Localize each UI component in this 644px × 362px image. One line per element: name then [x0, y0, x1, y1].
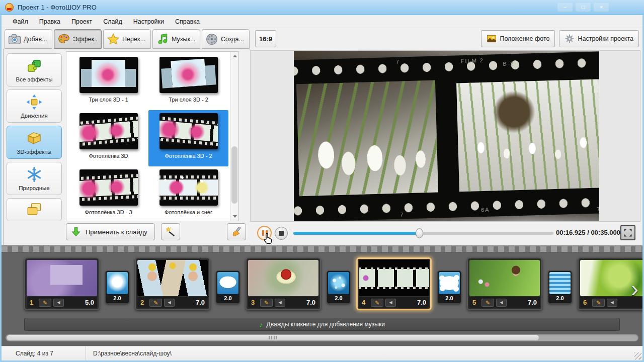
- app-icon: [5, 3, 14, 12]
- tab-camera[interactable]: Добав...: [5, 29, 52, 49]
- scroll-up-arrow[interactable]: [231, 52, 238, 60]
- aspect-ratio-button[interactable]: 16:9: [255, 30, 276, 47]
- film-marking: B-2: [503, 60, 514, 67]
- close-button[interactable]: ×: [594, 3, 609, 12]
- slide-back-button[interactable]: ◀: [607, 299, 617, 307]
- scrollbar-grip: [269, 336, 277, 339]
- menu-item-1[interactable]: Правка: [34, 17, 65, 27]
- edit-slide-button[interactable]: ✎: [149, 299, 162, 307]
- film-holes-bottom: [294, 195, 599, 219]
- stop-button[interactable]: [275, 227, 288, 240]
- slide-1[interactable]: 1✎◀5.0: [24, 257, 100, 310]
- transition-thumbnail: [328, 272, 349, 294]
- transition-item[interactable]: 2.0: [548, 270, 572, 304]
- slide-duration: 7.0: [417, 299, 426, 306]
- effect-item-1[interactable]: Три слоя 3D - 2: [148, 54, 228, 110]
- fullscreen-button[interactable]: [620, 225, 635, 240]
- sidebar-item-4[interactable]: [7, 198, 62, 221]
- tab-star[interactable]: Перех...: [103, 29, 151, 49]
- progress-knob[interactable]: [416, 228, 423, 238]
- sidebar-item-1[interactable]: Движения: [7, 89, 62, 123]
- sidebar-item-0[interactable]: Все эффекты: [7, 53, 62, 86]
- menu-item-5[interactable]: Справка: [170, 17, 205, 27]
- photo-icon: [487, 34, 497, 44]
- effect-categories: Все эффектыДвижения3D-эффектыПриродные: [7, 53, 63, 241]
- pause-button[interactable]: [257, 226, 272, 240]
- slide-back-button[interactable]: ◀: [53, 299, 64, 307]
- tab-note[interactable]: Музык...: [152, 29, 200, 49]
- maximize-button[interactable]: □: [576, 3, 591, 12]
- project-settings-label: Настройки проекта: [578, 35, 633, 42]
- effect-item-5[interactable]: Фотоплёнка и снег: [148, 166, 228, 221]
- edit-slide-button[interactable]: ✎: [371, 299, 383, 307]
- menu-item-3[interactable]: Слайд: [98, 17, 127, 27]
- effect-item-3[interactable]: Фотоплёнка 3D - 2: [148, 110, 228, 166]
- playback-controls: 00:16.925 / 00:35.000: [250, 223, 640, 245]
- palette-icon: [57, 33, 70, 46]
- resize-grip[interactable]: [634, 352, 641, 359]
- menu-item-4[interactable]: Настройки: [128, 17, 169, 27]
- slide-thumbnail: [359, 260, 429, 296]
- tab-reel[interactable]: Созда...: [202, 29, 250, 49]
- slide-5[interactable]: 5✎◀7.0: [467, 257, 542, 310]
- timeline-scrollbar[interactable]: [6, 334, 638, 341]
- apply-to-slide-label: Применить к слайду: [86, 228, 147, 236]
- brush-icon: [231, 226, 242, 237]
- slide-thumbnail: [137, 260, 208, 296]
- status-bar: Слайд: 4 из 7 D:\разное\весна\слайд-шоу\: [2, 346, 642, 360]
- edit-slide-button[interactable]: ✎: [39, 299, 51, 307]
- preview-panel: 7 FILM 2 B-2 7 6A 7 00:16.925 / 00:35.00…: [250, 49, 640, 245]
- transition-thumbnail: [439, 272, 460, 294]
- timeline: 1✎◀5.02.02✎◀7.02.03✎◀7.02.04✎◀7.02.05✎◀7…: [2, 245, 642, 346]
- edit-slide-button[interactable]: ✎: [481, 299, 494, 307]
- film-frame-right: [456, 79, 599, 192]
- film-marking: 7: [396, 59, 400, 65]
- transition-item[interactable]: 2.0: [216, 270, 240, 304]
- sidebar-item-2[interactable]: 3D-эффекты: [7, 126, 62, 159]
- scroll-down-arrow[interactable]: [231, 213, 238, 220]
- slide-back-button[interactable]: ◀: [385, 299, 396, 307]
- minimize-button[interactable]: –: [557, 3, 573, 12]
- transition-item[interactable]: 2.0: [437, 270, 461, 304]
- slide-back-button[interactable]: ◀: [496, 299, 507, 307]
- slide-4[interactable]: 4✎◀7.0: [356, 257, 432, 310]
- sidebar-item-3[interactable]: Природные: [7, 162, 62, 195]
- effect-thumbnail: [159, 57, 218, 93]
- apply-to-slide-button[interactable]: Применить к слайду: [66, 223, 155, 240]
- progress-fill: [293, 232, 419, 235]
- slide-thumbnail: [469, 260, 540, 296]
- slide-2[interactable]: 2✎◀7.0: [135, 257, 210, 310]
- tab-palette[interactable]: Эффек...: [54, 29, 102, 49]
- slide-back-button[interactable]: ◀: [164, 299, 175, 307]
- edit-slide-button[interactable]: ✎: [592, 299, 605, 307]
- progress-slider[interactable]: [293, 232, 553, 235]
- effect-name: Три слоя 3D - 1: [89, 97, 128, 103]
- music-note-icon: ♪: [259, 320, 263, 329]
- effects-scrollbar[interactable]: [230, 52, 238, 221]
- edit-slide-button[interactable]: ✎: [260, 299, 273, 307]
- effect-item-2[interactable]: Фотоплёнка 3D: [68, 110, 148, 166]
- effect-item-0[interactable]: Три слоя 3D - 1: [68, 54, 148, 110]
- music-track-bar[interactable]: ♪ Дважды кликните для добавления музыки: [24, 318, 620, 331]
- photo-position-button[interactable]: Положение фото: [481, 30, 555, 47]
- scrollbar-thumb[interactable]: [231, 146, 237, 204]
- project-settings-button[interactable]: Настройки проекта: [559, 30, 639, 47]
- film-marking: 7: [400, 211, 404, 217]
- menu-item-0[interactable]: Файл: [8, 17, 33, 27]
- film-marking: FILM 2: [460, 57, 484, 64]
- magic-wand-icon: [165, 226, 176, 237]
- slide-3[interactable]: 3✎◀7.0: [246, 257, 321, 310]
- transition-duration: 2.0: [549, 294, 571, 302]
- effect-thumbnail: [159, 169, 218, 206]
- snowflake-icon: [26, 166, 43, 183]
- menu-item-2[interactable]: Проект: [66, 17, 97, 27]
- slide-back-button[interactable]: ◀: [275, 299, 285, 307]
- transition-item[interactable]: 2.0: [327, 270, 351, 304]
- timeline-scrollbar-thumb[interactable]: [7, 335, 539, 340]
- effect-item-4[interactable]: Фотоплёнка 3D - 3: [68, 166, 148, 221]
- next-slides-arrow[interactable]: ›: [631, 279, 638, 299]
- magic-wand-button[interactable]: [161, 223, 180, 240]
- effect-thumbnail: [79, 113, 138, 149]
- brush-button[interactable]: [227, 223, 246, 240]
- transition-item[interactable]: 2.0: [105, 270, 129, 304]
